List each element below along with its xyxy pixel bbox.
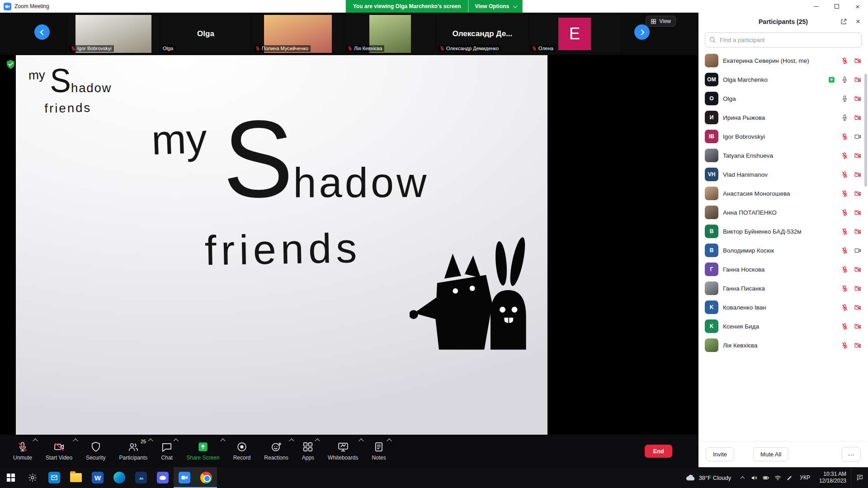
- mic-status-icon[interactable]: [841, 342, 849, 349]
- more-options-button[interactable]: …: [842, 447, 861, 462]
- video-tile[interactable]: Лія Кевхієва: [344, 15, 436, 53]
- discord-icon[interactable]: [152, 467, 174, 488]
- mic-status-icon[interactable]: [841, 266, 849, 273]
- video-status-icon[interactable]: [854, 133, 862, 141]
- edge-icon[interactable]: [108, 467, 130, 488]
- video-status-icon[interactable]: [854, 342, 862, 349]
- video-tile[interactable]: E E Олена: [529, 15, 620, 53]
- hidden-icons-button[interactable]: [736, 467, 748, 488]
- video-tile[interactable]: Олександр Де... Олександр Де...: [437, 15, 528, 53]
- participant-row[interactable]: B Виктор Буйненко БАД-532м: [698, 222, 868, 241]
- chevron-up-icon[interactable]: [174, 438, 179, 443]
- mic-status-icon[interactable]: [841, 209, 849, 216]
- network-icon[interactable]: [772, 467, 783, 488]
- video-status-icon[interactable]: [854, 152, 862, 160]
- mic-status-icon[interactable]: [841, 152, 849, 160]
- previous-participants-arrow[interactable]: [34, 24, 50, 40]
- video-status-icon[interactable]: [854, 228, 862, 235]
- minimize-button[interactable]: [806, 0, 826, 13]
- video-status-icon[interactable]: [854, 190, 862, 197]
- invite-button[interactable]: Invite: [706, 447, 734, 461]
- file-explorer-icon[interactable]: [65, 467, 87, 488]
- chrome-taskbar-icon[interactable]: [195, 467, 217, 488]
- participant-row[interactable]: O Olga: [698, 89, 868, 108]
- settings-icon[interactable]: [22, 467, 43, 488]
- security-button[interactable]: Security: [79, 435, 112, 467]
- mic-status-icon[interactable]: [841, 171, 849, 178]
- apps-button[interactable]: Apps: [295, 435, 321, 467]
- pen-icon[interactable]: [783, 467, 795, 488]
- photos-icon[interactable]: [130, 467, 152, 488]
- video-status-icon[interactable]: [854, 266, 862, 273]
- chevron-up-icon[interactable]: [359, 438, 364, 443]
- participant-row[interactable]: B Володимир Косюк: [698, 241, 868, 260]
- participant-row[interactable]: Ганна Писанка: [698, 279, 868, 298]
- participant-row[interactable]: OM Olga Marchenko: [698, 70, 868, 89]
- chevron-up-icon[interactable]: [73, 438, 78, 443]
- participant-row[interactable]: Анастасия Моногошева: [698, 184, 868, 203]
- mic-status-icon[interactable]: [841, 285, 849, 292]
- whiteboards-button[interactable]: Whiteboards: [321, 435, 365, 467]
- volume-icon[interactable]: [748, 467, 760, 488]
- close-button[interactable]: ×: [847, 0, 868, 13]
- video-status-icon[interactable]: [854, 247, 862, 254]
- chevron-up-icon[interactable]: [220, 438, 225, 443]
- start-video-button[interactable]: Start Video: [39, 435, 79, 467]
- panel-scrollbar[interactable]: [864, 74, 867, 187]
- video-status-icon[interactable]: [854, 57, 862, 65]
- video-tile[interactable]: Полина Мусийченко: [252, 15, 344, 53]
- video-tile[interactable]: Igor Bobrovskyi: [68, 15, 159, 53]
- mute-all-button[interactable]: Mute All: [753, 447, 788, 461]
- mic-status-icon[interactable]: [841, 323, 849, 330]
- mic-status-icon[interactable]: [841, 304, 849, 311]
- chevron-up-icon[interactable]: [33, 438, 38, 443]
- close-panel-button[interactable]: ×: [854, 17, 863, 26]
- mic-status-icon[interactable]: [841, 114, 849, 122]
- mic-status-icon[interactable]: [841, 190, 849, 197]
- participant-row[interactable]: Г Ганна Носкова: [698, 260, 868, 279]
- maximize-button[interactable]: [826, 0, 847, 13]
- mic-status-icon[interactable]: [841, 76, 849, 84]
- battery-icon[interactable]: [760, 467, 772, 488]
- unmute-button[interactable]: Unmute: [6, 435, 39, 467]
- video-status-icon[interactable]: [854, 114, 862, 122]
- participant-row[interactable]: IB Igor Bobrovskyi: [698, 127, 868, 146]
- end-meeting-button[interactable]: End: [645, 445, 672, 458]
- video-tile[interactable]: Olga Olga Olga: [160, 15, 251, 53]
- next-participants-arrow[interactable]: [634, 24, 650, 40]
- video-status-icon[interactable]: [854, 95, 862, 103]
- action-center-button[interactable]: [851, 467, 868, 488]
- notes-button[interactable]: Notes: [365, 435, 392, 467]
- share-screen-button[interactable]: Share Screen: [179, 435, 226, 467]
- mic-status-icon[interactable]: [841, 228, 849, 235]
- participant-row[interactable]: K Коваленко Іван: [698, 298, 868, 317]
- reactions-button[interactable]: Reactions: [257, 435, 295, 467]
- popout-panel-button[interactable]: [839, 17, 848, 26]
- video-status-icon[interactable]: [854, 209, 862, 216]
- video-status-icon[interactable]: [854, 304, 862, 311]
- word-icon[interactable]: W: [87, 467, 108, 488]
- mic-status-icon[interactable]: [841, 133, 849, 141]
- zoom-taskbar-icon[interactable]: [174, 467, 195, 488]
- video-status-icon[interactable]: [854, 285, 862, 292]
- mic-status-icon[interactable]: [841, 247, 849, 254]
- chevron-up-icon[interactable]: [148, 438, 153, 443]
- mic-status-icon[interactable]: [841, 57, 849, 65]
- mic-status-icon[interactable]: [841, 95, 849, 103]
- participant-row[interactable]: K Ксения Бида: [698, 317, 868, 336]
- view-options-button[interactable]: View Options: [468, 0, 522, 13]
- weather-widget[interactable]: 38°F Cloudy: [680, 467, 737, 488]
- participant-row[interactable]: Екатерина Северин (Host, me): [698, 51, 868, 70]
- start-button[interactable]: [0, 467, 22, 488]
- clock[interactable]: 10:31 AM 12/18/2023: [815, 471, 851, 484]
- participant-row[interactable]: VH Vlad Hanimanov: [698, 165, 868, 184]
- participant-row[interactable]: Анна ПОТАПЕНКО: [698, 203, 868, 222]
- chevron-up-icon[interactable]: [315, 438, 320, 443]
- video-status-icon[interactable]: [854, 171, 862, 178]
- participants-button[interactable]: 25 Participants: [113, 435, 155, 467]
- chevron-up-icon[interactable]: [387, 438, 392, 443]
- participant-row[interactable]: И Ирина Рыжова: [698, 108, 868, 127]
- search-input[interactable]: [705, 33, 862, 47]
- view-layout-button[interactable]: View: [646, 16, 676, 27]
- record-button[interactable]: Record: [226, 435, 258, 467]
